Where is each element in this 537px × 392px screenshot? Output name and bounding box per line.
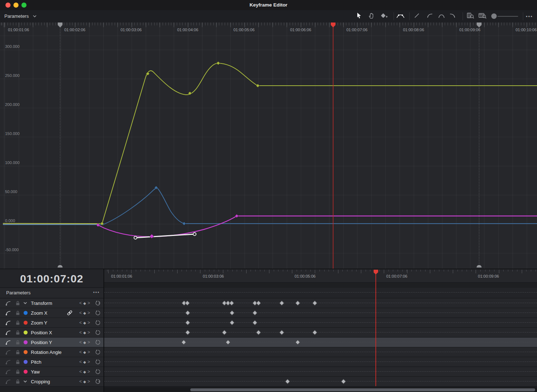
keyframe-track-pitch[interactable]	[104, 357, 537, 367]
add-remove-keyframe-button[interactable]: ◆	[83, 321, 86, 325]
reset-parameter-button[interactable]	[95, 320, 101, 326]
zoom-slider-knob[interactable]	[491, 13, 497, 19]
next-keyframe-button[interactable]: >	[88, 369, 90, 374]
interpolation-curve-icon[interactable]	[5, 349, 11, 355]
pointer-tool-icon[interactable]	[356, 12, 362, 20]
next-keyframe-button[interactable]: >	[88, 350, 90, 355]
lock-icon[interactable]	[15, 379, 20, 384]
keyframe-diamond[interactable]	[185, 301, 190, 306]
lock-icon[interactable]	[15, 369, 20, 375]
parameter-row-transform[interactable]: Transform<◆>	[0, 298, 103, 308]
smooth-interpolation-icon[interactable]	[438, 13, 445, 20]
scrollbar-thumb[interactable]	[190, 388, 535, 391]
toolbar-options-menu[interactable]: •••	[526, 14, 533, 19]
keyframe-diamond[interactable]	[185, 320, 190, 325]
keyframe-track-rotation-angle[interactable]	[104, 347, 537, 357]
horizontal-scrollbar[interactable]	[104, 387, 537, 392]
interpolation-curve-icon[interactable]	[5, 330, 11, 335]
range-marker-handle[interactable]	[477, 23, 481, 28]
previous-keyframe-button[interactable]: <	[79, 310, 82, 315]
lock-icon[interactable]	[15, 330, 20, 335]
parameter-row-position-y[interactable]: Position Y<◆>	[0, 338, 103, 347]
zoom-slider-track[interactable]	[497, 16, 518, 17]
reset-parameter-button[interactable]	[95, 300, 101, 306]
keyframe-diamond[interactable]	[185, 330, 190, 335]
keyframe-diamond[interactable]	[181, 340, 186, 345]
parameter-row-rotation-angle[interactable]: Rotation Angle<◆>	[0, 347, 103, 357]
range-marker-foot[interactable]	[58, 265, 63, 268]
parameter-row-zoom-y[interactable]: Zoom Y<◆>	[0, 318, 103, 328]
range-marker-handle[interactable]	[58, 23, 62, 28]
timeline-playhead-line[interactable]	[375, 270, 376, 386]
add-remove-keyframe-button[interactable]: ◆	[83, 340, 86, 344]
parameters-options-menu[interactable]: •••	[93, 288, 100, 297]
position-x-keyframe[interactable]	[256, 84, 260, 87]
zoom-x-curve[interactable]	[3, 188, 537, 225]
next-keyframe-button[interactable]: >	[88, 310, 90, 315]
parameter-row-zoom-x[interactable]: Zoom X<◆>	[0, 308, 103, 318]
reset-parameter-button[interactable]	[95, 310, 101, 316]
lock-icon[interactable]	[15, 310, 20, 316]
reset-parameter-button[interactable]	[95, 359, 101, 365]
tangent-handle-endpoint[interactable]	[193, 233, 196, 236]
interpolation-curve-icon[interactable]	[5, 369, 11, 375]
linear-interpolation-icon[interactable]	[414, 13, 420, 20]
keyframe-diamond[interactable]	[312, 330, 317, 335]
keyframe-diamond[interactable]	[229, 310, 235, 315]
previous-keyframe-button[interactable]: <	[79, 330, 82, 335]
add-remove-keyframe-button[interactable]: ◆	[83, 380, 86, 384]
keyframe-diamond[interactable]	[295, 301, 300, 306]
add-remove-keyframe-button[interactable]: ◆	[83, 360, 86, 364]
keyframe-diamond[interactable]	[341, 379, 346, 384]
keyframe-diamond[interactable]	[229, 320, 235, 325]
ease-in-interpolation-icon[interactable]	[427, 13, 433, 20]
expand-chevron-icon[interactable]	[23, 380, 27, 384]
keyframe-diamond[interactable]	[256, 330, 261, 335]
keyframe-diamond[interactable]	[279, 330, 284, 335]
previous-keyframe-button[interactable]: <	[79, 301, 82, 306]
position-x-curve[interactable]	[3, 224, 102, 224]
track-ruler[interactable]: 01:00:01:0601:00:03:0601:00:05:0601:00:0…	[104, 270, 537, 283]
next-keyframe-button[interactable]: >	[88, 320, 90, 325]
interpolation-curve-icon[interactable]	[5, 300, 11, 306]
range-marker-foot[interactable]	[477, 265, 482, 268]
position-y-curve[interactable]	[98, 216, 537, 237]
parameter-row-position-x[interactable]: Position X<◆>	[0, 328, 103, 338]
reset-parameter-button[interactable]	[95, 330, 101, 336]
keyframe-track-position-x[interactable]	[104, 328, 537, 338]
hand-tool-icon[interactable]	[369, 13, 375, 20]
parameter-row-yaw[interactable]: Yaw<◆>	[0, 367, 103, 377]
parameter-row-pitch[interactable]: Pitch<◆>	[0, 357, 103, 367]
link-icon[interactable]	[67, 310, 73, 316]
next-keyframe-button[interactable]: >	[88, 359, 90, 364]
interpolation-curve-icon[interactable]	[5, 379, 11, 384]
ease-out-interpolation-icon[interactable]	[449, 13, 456, 20]
previous-keyframe-button[interactable]: <	[79, 340, 82, 345]
add-keyframe-icon[interactable]	[381, 13, 388, 20]
reset-parameter-button[interactable]	[95, 349, 101, 355]
spline-mode-icon[interactable]	[396, 13, 404, 20]
add-remove-keyframe-button[interactable]: ◆	[83, 331, 86, 335]
interpolation-curve-icon[interactable]	[5, 310, 11, 316]
previous-keyframe-button[interactable]: <	[79, 320, 82, 325]
keyframe-track-transform[interactable]	[104, 298, 537, 308]
keyframe-track-zoom-x[interactable]	[104, 308, 537, 318]
lock-icon[interactable]	[15, 350, 20, 355]
previous-keyframe-button[interactable]: <	[79, 350, 82, 355]
add-remove-keyframe-button[interactable]: ◆	[83, 301, 86, 305]
graph-playhead-marker[interactable]	[331, 23, 335, 28]
keyframe-diamond[interactable]	[256, 301, 261, 306]
keyframe-diamond[interactable]	[252, 310, 257, 315]
keyframe-diamond[interactable]	[295, 340, 300, 345]
add-remove-keyframe-button[interactable]: ◆	[83, 370, 86, 374]
interpolation-curve-icon[interactable]	[5, 339, 11, 345]
keyframe-diamond[interactable]	[252, 320, 257, 325]
keyframe-track-cropping[interactable]	[104, 377, 537, 387]
lock-icon[interactable]	[15, 320, 20, 326]
position-y-keyframe[interactable]	[150, 234, 154, 238]
interpolation-curve-icon[interactable]	[5, 320, 11, 326]
lock-icon[interactable]	[15, 301, 20, 306]
keyframe-diamond[interactable]	[312, 301, 317, 306]
parameters-dropdown[interactable]: Parameters	[4, 10, 37, 23]
expand-chevron-icon[interactable]	[23, 301, 27, 305]
